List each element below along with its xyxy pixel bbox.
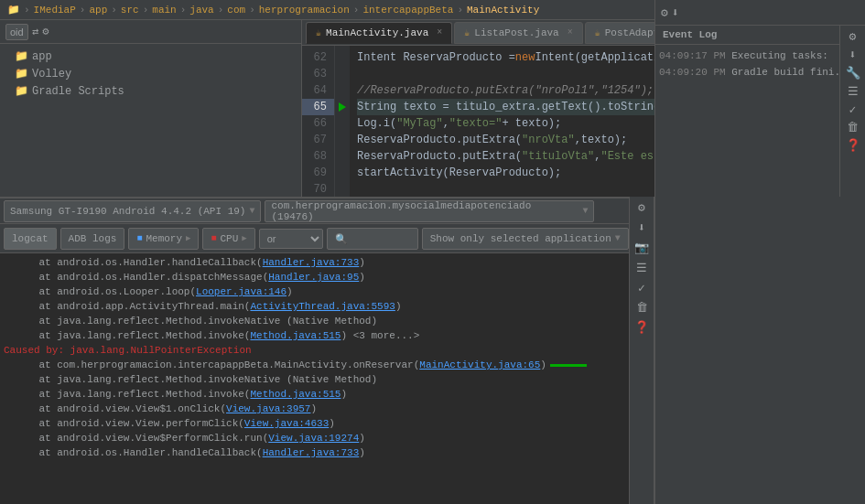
tool-camera-icon[interactable]: 📷 xyxy=(634,241,649,255)
event-log-panel: ⚙ ⬇ Event Log 04:09:17 PM Executing task… xyxy=(654,20,865,197)
event-log-entry: 04:09:20 PM Gradle build fini... xyxy=(659,65,861,80)
chevron-down-icon: ▼ xyxy=(615,233,621,243)
java-icon: ☕ xyxy=(595,27,600,38)
tab-close-icon[interactable]: × xyxy=(437,27,442,38)
sidebar-item-volley[interactable]: 📁 Volley xyxy=(0,65,301,82)
line-numbers: 62 63 64 65 66 67 68 69 70 71 xyxy=(302,46,335,197)
tool-list-icon[interactable]: ☰ xyxy=(636,261,647,275)
tool-run-icon[interactable]: ⚙ xyxy=(849,29,857,44)
log-link[interactable]: Handler.java:733 xyxy=(263,447,360,458)
log-link[interactable]: View.java:19274 xyxy=(268,433,359,444)
log-link[interactable]: View.java:3957 xyxy=(226,403,310,414)
event-log-header: Event Log xyxy=(655,26,865,45)
gutter xyxy=(335,46,350,197)
event-log-content: 04:09:17 PM Executing tasks: 04:09:20 PM… xyxy=(655,45,865,85)
java-icon: ☕ xyxy=(464,27,470,38)
folder-icon: 📁 xyxy=(15,49,28,63)
folder-icon: 📁 xyxy=(15,67,28,80)
logcat-search-input[interactable] xyxy=(327,228,418,250)
sidebar-item-gradle[interactable]: 📁 Gradle Scripts xyxy=(0,82,301,100)
tool-help-icon[interactable]: ❓ xyxy=(634,320,649,335)
sync-icon: ⇄ xyxy=(32,25,38,38)
memory-icon: ■ xyxy=(136,233,142,243)
app-dropdown[interactable]: com.herprogramacion.mysocialmediapotenci… xyxy=(265,200,594,222)
settings-icon[interactable]: ⚙ xyxy=(42,25,49,38)
breakpoint-arrow xyxy=(335,99,350,115)
tab-mainactivity[interactable]: ☕ MainActivity.java × xyxy=(306,22,452,44)
tool-trash-icon[interactable]: 🗑 xyxy=(636,301,648,315)
main-layout: 📁 › IMediaP › app › src › main › java › … xyxy=(0,0,865,504)
chevron-down-icon: ▼ xyxy=(249,206,254,216)
tab-listapost[interactable]: ☕ ListaPost.java × xyxy=(454,22,582,44)
log-link[interactable]: MainActivity.java:65 xyxy=(419,359,540,370)
tab-close-icon[interactable]: × xyxy=(568,27,573,38)
tool-down-icon[interactable]: ⬇ xyxy=(849,48,857,62)
bc-root: 📁 xyxy=(7,4,20,16)
java-icon: ☕ xyxy=(316,27,321,38)
gradle-icon: 📁 xyxy=(15,84,28,98)
log-level-dropdown[interactable]: or verbose debug info warn error xyxy=(259,229,323,249)
event-log-entry: 04:09:17 PM Executing tasks: xyxy=(659,48,861,63)
tool-wrench-icon[interactable]: 🔧 xyxy=(846,66,860,80)
logcat-tab[interactable]: logcat xyxy=(4,228,57,250)
log-link[interactable]: ActivityThread.java:5593 xyxy=(250,301,395,312)
device-dropdown[interactable]: Samsung GT-I9190 Android 4.4.2 (API 19) … xyxy=(4,200,261,222)
log-link[interactable]: Method.java:515 xyxy=(250,389,341,400)
tool-list-icon[interactable]: ☰ xyxy=(848,84,859,99)
log-link[interactable]: Looper.java:146 xyxy=(196,286,287,297)
tool-check-icon[interactable]: ✓ xyxy=(849,102,857,117)
vertical-toolbar: ⚙ ⬇ 📷 ☰ ✓ 🗑 ❓ xyxy=(629,197,654,504)
cpu-icon: ■ xyxy=(211,233,216,243)
tool-check-icon[interactable]: ✓ xyxy=(638,281,645,295)
chevron-down-icon: ▼ xyxy=(582,206,588,216)
show-selected-button[interactable]: Show only selected application ▼ xyxy=(422,228,629,250)
log-link[interactable]: Method.java:515 xyxy=(250,330,341,341)
log-link[interactable]: View.java:4633 xyxy=(244,418,329,429)
tool-gear-icon[interactable]: ⚙ xyxy=(638,200,645,215)
sidebar-scope-dropdown[interactable]: oid xyxy=(5,24,28,40)
tool-help-icon[interactable]: ❓ xyxy=(846,138,860,153)
sidebar-tree: 📁 app 📁 Volley 📁 Gradle Scripts xyxy=(0,44,301,197)
log-link[interactable]: Handler.java:733 xyxy=(263,257,360,268)
tool-down-icon[interactable]: ⬇ xyxy=(638,220,645,235)
cpu-tab[interactable]: ■ CPU ▶ xyxy=(202,228,254,250)
green-mark xyxy=(550,364,587,367)
sidebar-item-app[interactable]: 📁 app xyxy=(0,48,301,65)
log-link[interactable]: Handler.java:95 xyxy=(268,272,359,283)
memory-tab[interactable]: ■ Memory ▶ xyxy=(128,228,199,250)
adb-logs-tab[interactable]: ADB logs xyxy=(60,228,125,250)
chevron-right-icon: ▶ xyxy=(186,233,190,243)
chevron-right-icon: ▶ xyxy=(242,233,246,243)
tool-trash-icon[interactable]: 🗑 xyxy=(847,121,859,134)
